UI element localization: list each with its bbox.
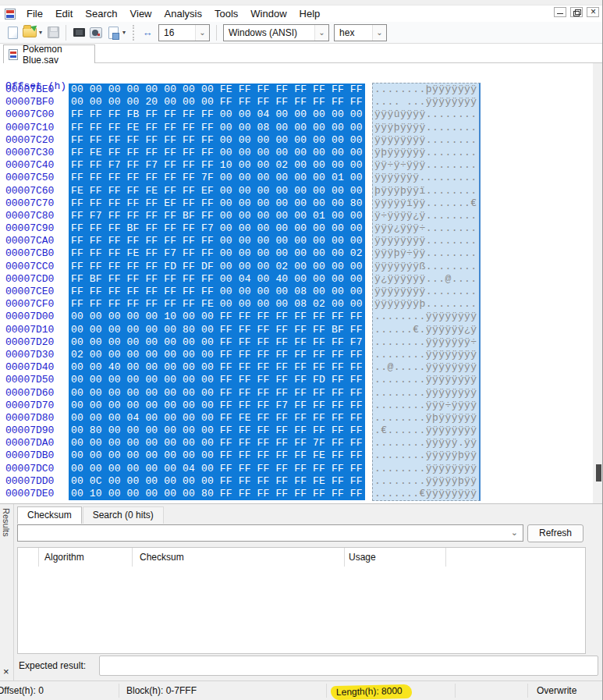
hex-row-decoded[interactable]: ........ÿþÿÿÿÿÿÿ [374,412,477,425]
hex-row-bytes[interactable]: 00 0C 00 00 00 00 00 00 FF FF FF FF FF F… [71,475,363,488]
hex-row-decoded[interactable]: ÿÿÿÿÿýÿß........ [374,261,477,273]
hex-row-bytes[interactable]: FF FF FF FF FF EF FF FF 00 00 00 00 00 0… [71,197,363,210]
hex-row-decoded[interactable]: ÿ÷ÿÿÿÿ¿ÿ........ [374,210,477,222]
hex-row-decoded[interactable]: ........ÿÿÿÿÿÿÿÿ [374,387,477,400]
hex-row-decoded[interactable]: ÿÿÿþÿ÷ÿÿ........ [374,247,477,260]
refresh-button[interactable]: Refresh [527,524,583,542]
hex-row-bytes[interactable]: 00 00 00 00 00 00 00 00 FF FF FF F7 FF F… [71,400,363,412]
hex-row-bytes[interactable]: FF FF FF FF FF FF FF FF 00 00 00 00 00 0… [71,235,363,247]
menu-help[interactable]: Help [293,6,327,21]
save-button[interactable] [45,24,61,41]
hex-row-bytes[interactable]: 00 00 40 00 00 00 00 00 FF FF FF FF FF F… [71,361,363,374]
hex-row-bytes[interactable]: FF FF FF FE FF FF FF FF 00 00 08 00 00 0… [71,122,363,134]
hex-row-bytes[interactable]: FF FF FF FF FF FF FF FF 00 00 00 00 08 0… [71,286,363,298]
hex-row-bytes[interactable]: FF F7 FF FF FF FF BF FF 00 00 00 00 00 0… [71,210,363,222]
hex-row-bytes[interactable]: 00 00 00 00 00 00 00 00 FF FF FF FF FF F… [71,336,363,349]
hex-row-decoded[interactable]: ÿ¿ÿÿÿÿÿÿ...@.... [374,273,477,286]
hex-row-bytes[interactable]: 00 00 00 00 00 00 00 00 FF FF FF FF FF 7… [71,437,363,449]
export-dropdown-caret-icon[interactable]: ▾ [122,29,126,36]
hex-row-decoded[interactable]: þÿÿÿþÿÿï........ [374,185,477,197]
hex-row-bytes[interactable]: 00 00 00 00 20 00 00 00 FF FF FF FF FF F… [71,96,363,108]
open-ram-button[interactable] [71,24,87,41]
hex-row-decoded[interactable]: ..@.....ÿÿÿÿÿÿÿÿ [374,361,477,374]
hex-row-decoded[interactable]: ÿÿ÷ÿ÷ÿÿÿ........ [374,159,477,172]
hex-row-decoded[interactable]: ........ÿÿÿÿÿþÿÿ [374,475,477,488]
offset-base-select[interactable]: hex ⌄ [334,24,387,41]
hex-row-decoded[interactable]: ÿÿÿÿÿÿÿÿ........ [374,134,477,147]
hex-row-bytes[interactable]: 00 00 00 00 00 00 00 00 FF FF FF FF FF F… [71,387,363,400]
tab-pokemon-blue-sav[interactable]: Pokemon Blue.sav [3,44,95,63]
hex-row-bytes[interactable]: FF FF FF FF FF FF FF 7F 00 00 00 00 00 0… [71,172,363,184]
close-icon[interactable] [587,7,599,17]
status-insert-mode[interactable]: Overwrite [537,685,576,696]
tab-checksum[interactable]: Checksum [17,506,82,524]
open-file-button[interactable] [22,24,37,41]
expected-result-input[interactable] [99,656,598,676]
hex-row-bytes[interactable]: 00 00 00 00 00 00 80 00 FF FF FF FF FF F… [71,324,363,336]
menu-file[interactable]: File [20,6,49,21]
hex-editor-pane[interactable]: Offset (h) 00 01 02 03 04 05 06 07 08 09… [0,63,594,503]
decoded-text-selection[interactable]: ........þÿÿÿÿÿÿÿ.... ...ÿÿÿÿÿÿÿÿÿÿÿûÿÿÿÿ… [372,83,481,501]
hex-row-decoded[interactable]: ÿÿÿÿÿïÿÿ.......€ [374,197,477,210]
checksum-algorithm-select[interactable]: ⌄ [17,524,523,542]
new-file-button[interactable] [5,24,20,41]
hex-row-decoded[interactable]: ........ÿÿÿÿÿÿÿÿ [374,311,477,323]
hex-row-decoded[interactable]: ÿÿÿ¿ÿÿÿ÷........ [374,222,477,235]
hex-row-bytes[interactable]: FE FF FF FF FE FF FF EF 00 00 00 00 00 0… [71,185,363,197]
hex-row-bytes[interactable]: FF FF FF FF FF FD FF DF 00 00 00 02 00 0… [71,261,363,273]
hex-row-bytes[interactable]: FF FE FF FF FF FF FF FF 00 00 00 00 00 0… [71,147,363,159]
hex-row-decoded[interactable]: ÿÿÿûÿÿÿÿ........ [374,108,477,121]
hex-row-bytes[interactable]: 00 00 00 00 00 00 04 00 FF FF FF FF FF F… [71,463,363,475]
hex-row-bytes[interactable]: 00 10 00 00 00 00 00 80 FF FF FF FF FF F… [71,488,363,500]
hex-row-bytes[interactable]: 00 00 00 00 00 00 00 00 FF FF FF FF FF F… [71,374,363,386]
results-close-icon[interactable]: × [3,667,9,677]
hex-row-decoded[interactable]: ........ÿÿÿÿÿ.ÿÿ [374,437,477,449]
hex-row-decoded[interactable]: ÿÿÿÿÿÿÿÿ........ [374,286,477,298]
open-disk-button[interactable] [88,24,104,41]
hex-row-decoded[interactable]: ÿÿÿþÿÿÿÿ........ [374,122,477,134]
minimize-icon[interactable] [554,7,566,17]
hex-row-bytes[interactable]: 02 00 00 00 00 00 00 00 FF FF FF FF FF F… [71,349,363,361]
scrollbar-thumb[interactable] [596,464,601,481]
hex-row-bytes[interactable]: FF FF FF FE FF F7 FF FF 00 00 00 00 00 0… [71,247,363,260]
hex-row-decoded[interactable]: .€......ÿÿÿÿÿÿÿÿ [374,425,477,437]
hex-row-bytes[interactable]: 00 00 00 00 00 00 00 00 FE FF FF FF FF F… [71,84,363,96]
hex-row-bytes[interactable]: FF FF FF FB FF FF FF FF 00 00 04 00 00 0… [71,108,363,121]
hex-row-bytes[interactable]: 00 00 00 00 00 10 00 00 FF FF FF FF FF F… [71,311,363,323]
hex-row-decoded[interactable]: ÿÿÿÿÿÿÿþ........ [374,298,477,311]
hex-row-bytes[interactable]: FF FF FF FF FF FF FF FE 00 00 00 00 08 0… [71,298,363,311]
restore-icon[interactable] [570,7,583,17]
hex-row-bytes[interactable]: 00 80 00 00 00 00 00 00 FF FF FF FF FF F… [71,425,363,437]
hex-row-decoded[interactable]: ........ÿÿÿÿÿýÿÿ [374,374,477,386]
hex-row-decoded[interactable]: .... ...ÿÿÿÿÿÿÿÿ [374,96,477,108]
hex-row-decoded[interactable]: ÿÿÿÿÿÿÿÿ........ [374,235,477,247]
hex-row-decoded[interactable]: ........þÿÿÿÿÿÿÿ [374,84,477,96]
hex-row-decoded[interactable]: ÿþÿÿÿÿÿÿ........ [374,147,477,159]
export-button[interactable] [105,24,121,41]
menu-analysis[interactable]: Analysis [158,6,208,21]
hex-row-decoded[interactable]: ........ÿÿÿÿÿÿÿÿ [374,463,477,475]
hex-row-bytes[interactable]: 00 00 00 00 00 00 00 00 FF FF FF FF FF F… [71,449,363,462]
hex-row-decoded[interactable]: ......€.ÿÿÿÿÿÿ¿ÿ [374,324,477,336]
menu-search[interactable]: Search [79,6,123,21]
hex-row-decoded[interactable]: ÿÿÿÿÿÿÿ......... [374,172,477,184]
bytes-per-row-select[interactable]: 16 ⌄ [158,24,210,41]
open-dropdown-caret-icon[interactable]: ▾ [39,29,42,36]
hex-row-decoded[interactable]: ........ÿÿÿÿÿþÿÿ [374,449,477,462]
menu-window[interactable]: Window [244,6,293,21]
hex-row-decoded[interactable]: ........ÿÿÿÿÿÿÿ÷ [374,336,477,349]
menu-edit[interactable]: Edit [49,6,79,21]
hex-row-bytes[interactable]: FF BF FF FF FF FF FF FF 00 04 00 40 00 0… [71,273,363,286]
hex-row-bytes[interactable]: FF FF FF BF FF FF FF F7 00 00 00 00 00 0… [71,222,363,235]
encoding-select[interactable]: Windows (ANSI) ⌄ [223,24,329,41]
menu-tools[interactable]: Tools [208,6,244,21]
vertical-scrollbar[interactable] [593,63,602,503]
hex-row-decoded[interactable]: ........ÿÿÿ÷ÿÿÿÿ [374,400,477,412]
tab-search-hits[interactable]: Search (0 hits) [83,506,164,524]
hex-row-decoded[interactable]: .......€ÿÿÿÿÿÿÿÿ [374,488,477,500]
hex-row-bytes[interactable]: 00 00 00 04 00 00 00 00 FF FE FF FF FF F… [71,412,363,425]
hex-row-bytes[interactable]: FF FF FF FF FF FF FF FF 00 00 00 00 00 0… [71,134,363,147]
hex-row-bytes[interactable]: FF FF F7 FF F7 FF FF FF 10 00 00 02 00 0… [71,159,363,172]
hex-row-decoded[interactable]: ........ÿÿÿÿÿÿÿÿ [374,349,477,361]
hex-bytes-selection[interactable]: 00 00 00 00 00 00 00 00 FE FF FF FF FF F… [69,84,365,500]
